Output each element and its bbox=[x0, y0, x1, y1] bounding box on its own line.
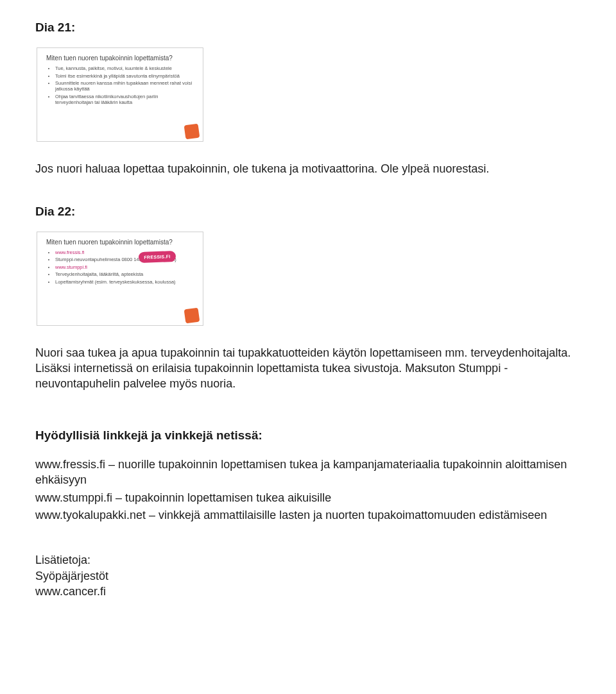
dia21-body-text: Jos nuori haluaa lopettaa tupakoinnin, o… bbox=[35, 161, 584, 176]
links-list: www.fressis.fi – nuorille tupakoinnin lo… bbox=[35, 457, 584, 523]
list-item: Lopettamisryhmät (esim. terveyskeskukses… bbox=[55, 279, 194, 285]
list-item-text: Lopettamisryhmät (esim. terveyskeskukses… bbox=[55, 279, 176, 285]
dia21-slide-thumbnail: Miten tuen nuoren tupakoinnin lopettamis… bbox=[37, 47, 203, 142]
list-item: www.stumppi.fi bbox=[55, 264, 194, 270]
footer-url: www.cancer.fi bbox=[35, 584, 584, 599]
dia21-label: Dia 21: bbox=[35, 19, 584, 36]
list-item: Suunnittele nuoren kanssa mihin tupakkaa… bbox=[55, 80, 194, 92]
link-item: www.tyokalupakki.net – vinkkejä ammattil… bbox=[35, 507, 584, 523]
list-item: Ohjaa tarvittaessa nikotiinikorvaushoito… bbox=[55, 94, 194, 106]
fressis-badge-icon: FRESSIS.FI bbox=[139, 251, 176, 263]
link-item: www.stumppi.fi – tupakoinnin lopettamise… bbox=[35, 490, 584, 505]
badge-label: FRESSIS.FI bbox=[144, 253, 170, 260]
dia22-body-text: Nuori saa tukea ja apua tupakoinnin tai … bbox=[35, 345, 584, 392]
dia21-bullet-list: Tue, kannusta, palkitse, motivoi, kuunte… bbox=[53, 65, 194, 105]
footer-org: Syöpäjärjestöt bbox=[35, 568, 584, 584]
list-item: Tue, kannusta, palkitse, motivoi, kuunte… bbox=[55, 65, 194, 71]
dia22-label: Dia 22: bbox=[35, 203, 584, 220]
footer-label: Lisätietoja: bbox=[35, 552, 584, 568]
list-item: Terveydenhoitajalta, lääkäriltä, apteeki… bbox=[55, 271, 194, 277]
dia21-slide-title: Miten tuen nuoren tupakoinnin lopettamis… bbox=[46, 55, 194, 62]
dia22-slide-thumbnail: Miten tuen nuoren tupakoinnin lopettamis… bbox=[37, 232, 203, 326]
link-item: www.fressis.fi – nuorille tupakoinnin lo… bbox=[35, 457, 584, 488]
links-heading: Hyödyllisiä linkkejä ja vinkkejä netissä… bbox=[35, 427, 584, 444]
list-item-text: www.stumppi.fi bbox=[55, 264, 87, 270]
logo-icon bbox=[184, 307, 200, 323]
logo-icon bbox=[184, 123, 200, 139]
list-item-text: www.fressis.fi bbox=[55, 250, 84, 255]
dia22-slide-title: Miten tuen nuoren tupakoinnin lopettamis… bbox=[46, 239, 194, 246]
list-item-text: Terveydenhoitajalta, lääkäriltä, apteeki… bbox=[55, 271, 143, 277]
list-item: Toimi itse esimerkkinä ja ylläpidä savut… bbox=[55, 73, 194, 79]
footer-block: Lisätietoja: Syöpäjärjestöt www.cancer.f… bbox=[35, 552, 584, 599]
